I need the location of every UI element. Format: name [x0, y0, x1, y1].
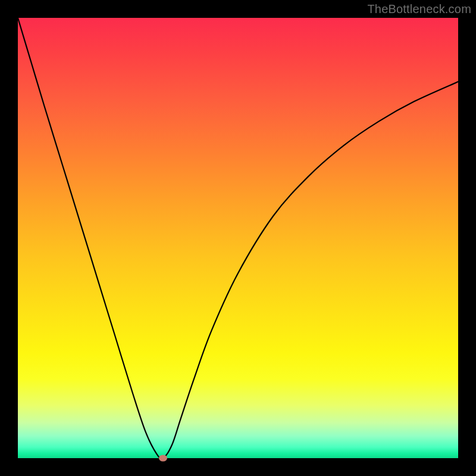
bottleneck-curve — [18, 18, 458, 458]
chart-frame: TheBottleneck.com — [0, 0, 476, 476]
minimum-marker — [159, 455, 167, 462]
watermark-text: TheBottleneck.com — [367, 2, 471, 16]
plot-area — [18, 18, 458, 458]
